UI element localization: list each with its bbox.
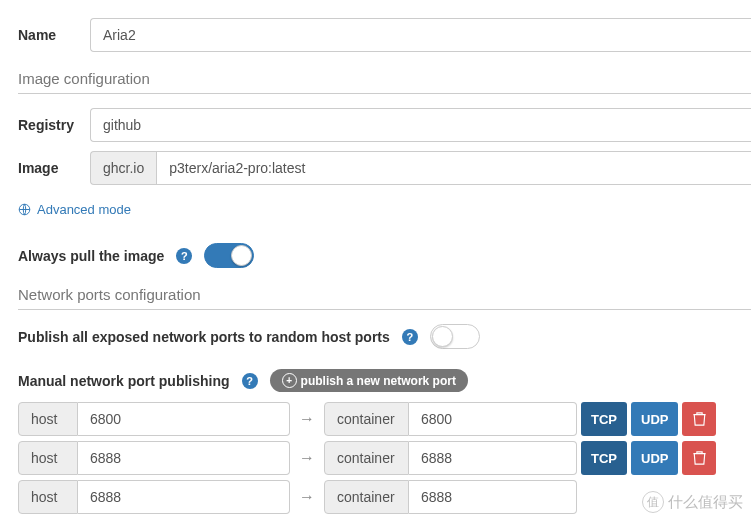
delete-port-button[interactable] <box>682 402 716 436</box>
toggle-knob <box>231 245 252 266</box>
container-addon: container <box>324 480 409 514</box>
name-label: Name <box>18 27 90 43</box>
toggle-knob <box>432 326 453 347</box>
always-pull-label: Always pull the image <box>18 248 164 264</box>
manual-ports-label: Manual network port publishing <box>18 373 230 389</box>
publish-random-label: Publish all exposed network ports to ran… <box>18 329 390 345</box>
container-addon: container <box>324 402 409 436</box>
container-port-input[interactable] <box>409 441 577 475</box>
port-row: host→containerTCPUDP <box>18 402 751 436</box>
host-addon: host <box>18 402 78 436</box>
arrow-icon: → <box>290 480 324 514</box>
network-config-heading: Network ports configuration <box>18 286 751 310</box>
udp-button[interactable]: UDP <box>631 441 678 475</box>
host-port-input[interactable] <box>78 441 290 475</box>
help-icon[interactable]: ? <box>176 248 192 264</box>
port-row: host→container <box>18 480 751 514</box>
arrow-icon: → <box>290 402 324 436</box>
image-prefix-addon: ghcr.io <box>90 151 156 185</box>
udp-button[interactable]: UDP <box>631 402 678 436</box>
advanced-mode-link[interactable]: Advanced mode <box>18 202 131 217</box>
advanced-mode-label: Advanced mode <box>37 202 131 217</box>
publish-random-toggle[interactable] <box>430 324 480 349</box>
help-icon[interactable]: ? <box>402 329 418 345</box>
help-icon[interactable]: ? <box>242 373 258 389</box>
globe-icon <box>18 203 31 216</box>
arrow-icon: → <box>290 441 324 475</box>
delete-port-button[interactable] <box>682 441 716 475</box>
image-config-heading: Image configuration <box>18 70 751 94</box>
name-input[interactable] <box>90 18 751 52</box>
host-port-input[interactable] <box>78 480 290 514</box>
registry-input[interactable] <box>90 108 751 142</box>
registry-label: Registry <box>18 117 90 133</box>
tcp-button[interactable]: TCP <box>581 441 627 475</box>
host-addon: host <box>18 441 78 475</box>
container-port-input[interactable] <box>409 402 577 436</box>
container-addon: container <box>324 441 409 475</box>
host-port-input[interactable] <box>78 402 290 436</box>
container-port-input[interactable] <box>409 480 577 514</box>
host-addon: host <box>18 480 78 514</box>
image-input[interactable] <box>156 151 751 185</box>
image-label: Image <box>18 160 90 176</box>
port-row: host→containerTCPUDP <box>18 441 751 475</box>
always-pull-toggle[interactable] <box>204 243 254 268</box>
publish-port-button[interactable]: publish a new network port <box>270 369 468 392</box>
tcp-button[interactable]: TCP <box>581 402 627 436</box>
